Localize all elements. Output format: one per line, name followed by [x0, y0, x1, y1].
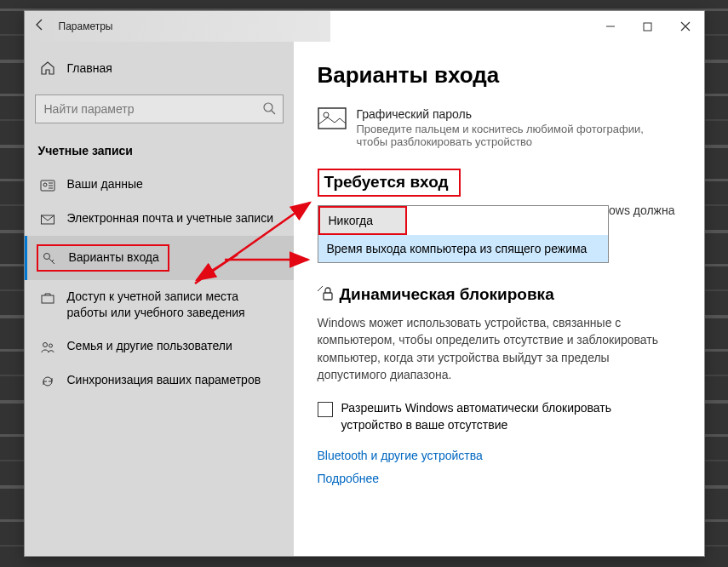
minimize-button[interactable] [592, 11, 629, 42]
home-icon [40, 60, 55, 76]
sidebar-item-work-access[interactable]: Доступ к учетной записи места работы или… [25, 280, 294, 329]
more-link[interactable]: Подробнее [318, 472, 380, 485]
dynamic-lock-icon [318, 286, 335, 306]
sidebar-item-label: Варианты входа [69, 249, 159, 266]
checkbox-label: Разрешить Windows автоматически блокиров… [341, 400, 670, 433]
search-input[interactable]: Найти параметр [35, 94, 284, 123]
person-card-icon [40, 178, 55, 193]
sidebar-item-label: Электронная почта и учетные записи [67, 210, 273, 226]
settings-window: Параметры Главная Найти параметр [24, 10, 705, 557]
sidebar-item-family[interactable]: Семья и другие пользователи [25, 329, 294, 364]
search-icon [262, 101, 276, 117]
picture-password-desc: Проведите пальцем и коснитесь любимой фо… [357, 123, 663, 148]
bluetooth-link[interactable]: Bluetooth и другие устройства [318, 449, 483, 462]
sidebar: Главная Найти параметр Учетные записи Ва… [25, 42, 294, 556]
content-pane: Варианты входа Графический пароль Провед… [294, 42, 704, 556]
svg-rect-18 [324, 293, 332, 300]
mail-icon [40, 212, 55, 227]
dropdown-selected: Никогда [320, 208, 405, 233]
svg-line-12 [52, 260, 54, 261]
svg-rect-13 [42, 295, 54, 303]
sidebar-item-label: Семья и другие пользователи [67, 338, 232, 354]
svg-line-3 [272, 111, 275, 114]
sidebar-item-signin-options[interactable]: Варианты входа [25, 236, 294, 280]
search-placeholder: Найти параметр [44, 102, 262, 116]
close-button[interactable] [667, 11, 704, 42]
key-icon [42, 251, 57, 266]
sidebar-item-label: Доступ к учетной записи места работы или… [67, 289, 278, 321]
svg-point-15 [49, 344, 52, 347]
nav-home-label: Главная [67, 61, 112, 75]
briefcase-icon [40, 290, 55, 306]
picture-password-option[interactable]: Графический пароль Проведите пальцем и к… [318, 107, 670, 148]
svg-point-2 [264, 103, 272, 112]
svg-rect-1 [644, 23, 651, 31]
people-icon [40, 340, 55, 355]
sidebar-item-label: Синхронизация ваших параметров [67, 372, 261, 388]
require-signin-heading: Требуется вход [324, 173, 449, 192]
svg-point-10 [43, 254, 49, 260]
dropdown-option[interactable]: Время выхода компьютера из спящего режим… [318, 235, 608, 262]
sidebar-item-your-info[interactable]: Ваши данные [25, 168, 294, 202]
titlebar: Параметры [25, 11, 704, 42]
svg-rect-16 [318, 108, 346, 129]
sidebar-section-heading: Учетные записи [25, 123, 294, 168]
svg-point-17 [324, 112, 329, 117]
dynamic-lock-desc: Windows может использовать устройства, с… [318, 314, 670, 383]
sidebar-item-email[interactable]: Электронная почта и учетные записи [25, 202, 294, 236]
svg-point-5 [43, 183, 47, 186]
picture-password-title: Графический пароль [357, 107, 663, 121]
page-title: Варианты входа [318, 62, 670, 89]
app-title: Параметры [59, 20, 113, 32]
dynamic-lock-checkbox[interactable]: Разрешить Windows автоматически блокиров… [318, 400, 670, 433]
require-signin-dropdown[interactable]: Никогда Время выхода компьютера из спяще… [318, 205, 609, 263]
picture-icon [318, 107, 347, 148]
nav-home[interactable]: Главная [25, 54, 294, 83]
svg-point-14 [43, 342, 47, 346]
sidebar-item-sync[interactable]: Синхронизация ваших параметров [25, 364, 294, 398]
sync-icon [40, 374, 55, 389]
sidebar-item-label: Ваши данные [67, 176, 143, 192]
dynamic-lock-heading: Динамическая блокировка [318, 285, 670, 306]
checkbox-box[interactable] [318, 402, 333, 417]
back-button[interactable] [25, 18, 55, 35]
maximize-button[interactable] [629, 11, 667, 42]
